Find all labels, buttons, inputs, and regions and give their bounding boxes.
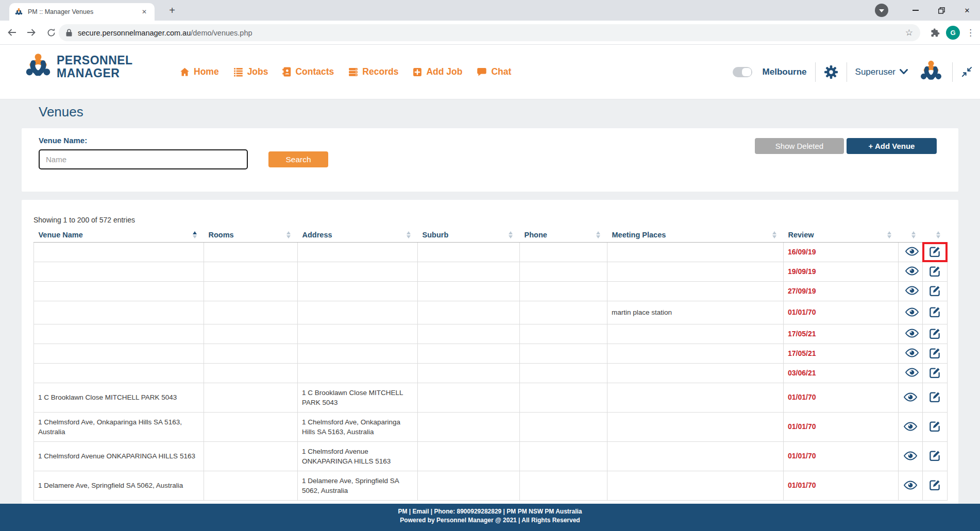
- cell-view: [899, 363, 923, 383]
- edit-venue-button[interactable]: [927, 389, 943, 404]
- add-venue-button[interactable]: + Add Venue: [847, 138, 937, 154]
- cell-suburb: [418, 301, 520, 324]
- cell-address: [298, 344, 418, 363]
- cell-view: [899, 383, 923, 412]
- browser-toolbar: secure.personnelmanager.com.au/demo/venu…: [0, 21, 980, 45]
- nav-item-jobs[interactable]: Jobs: [233, 66, 268, 77]
- cell-edit: [923, 262, 948, 281]
- edit-venue-button[interactable]: [927, 448, 943, 463]
- table-row: 1 Chelmsford Ave, Onkaparinga Hills SA 5…: [34, 412, 948, 441]
- browser-menu-icon[interactable]: ⋮: [966, 27, 975, 38]
- back-button[interactable]: [4, 25, 20, 40]
- location-toggle[interactable]: [733, 67, 752, 77]
- cell-view: [899, 471, 923, 500]
- search-button[interactable]: Search: [268, 151, 328, 167]
- bookmark-star-icon[interactable]: ☆: [905, 27, 913, 38]
- url-domain: secure.personnelmanager.com.au: [78, 29, 191, 37]
- cell-rooms: [204, 441, 298, 471]
- col-header-edit[interactable]: [923, 228, 948, 242]
- edit-pencil-icon: [929, 450, 941, 461]
- table-row: 17/05/21: [34, 344, 948, 363]
- extensions-puzzle-icon[interactable]: [930, 28, 940, 38]
- cell-meeting-places: [607, 281, 784, 301]
- edit-venue-button[interactable]: [927, 419, 943, 434]
- show-deleted-button[interactable]: Show Deleted: [755, 138, 844, 154]
- view-venue-button[interactable]: [903, 327, 921, 339]
- view-venue-button[interactable]: [903, 284, 921, 297]
- cell-view: [899, 344, 923, 363]
- browser-status-chip-icon[interactable]: [875, 4, 888, 17]
- col-header-review[interactable]: Review: [784, 228, 899, 242]
- window-controls: ✕: [875, 0, 980, 21]
- cell-review: 27/09/19: [784, 281, 899, 301]
- user-logo-badge-icon[interactable]: [918, 59, 944, 85]
- close-window-button[interactable]: ✕: [954, 0, 980, 21]
- view-venue-button[interactable]: [903, 265, 921, 277]
- edit-pencil-icon: [929, 265, 941, 277]
- sort-arrows-icon: [887, 231, 891, 238]
- restore-button[interactable]: [928, 0, 954, 21]
- nav-item-chat[interactable]: Chat: [476, 66, 511, 77]
- cell-edit: [923, 301, 948, 324]
- cell-venue-name: 1 Delamere Ave, Springfield SA 5062, Aus…: [34, 471, 204, 500]
- new-tab-button[interactable]: +: [165, 4, 179, 18]
- site-favicon-icon: [14, 8, 23, 16]
- browser-tab[interactable]: PM :: Manager Venues ✕: [9, 3, 155, 21]
- edit-venue-button[interactable]: [927, 477, 943, 492]
- nav-item-home[interactable]: Home: [179, 66, 219, 77]
- venue-name-input[interactable]: [39, 149, 248, 169]
- edit-venue-button[interactable]: [927, 304, 943, 319]
- col-header-meeting-places[interactable]: Meeting Places: [607, 228, 784, 242]
- venues-tbody: 16/09/19 19/09/19: [34, 242, 948, 500]
- cell-edit: [923, 281, 948, 301]
- col-header-rooms[interactable]: Rooms: [204, 228, 298, 242]
- cell-venue-name: 1 Chelmsford Ave, Onkaparinga Hills SA 5…: [34, 412, 204, 441]
- col-header-suburb[interactable]: Suburb: [418, 228, 520, 242]
- cell-review: 03/06/21: [784, 363, 899, 383]
- back-arrow-icon: [7, 27, 17, 38]
- eye-icon: [905, 307, 919, 317]
- edit-pencil-icon: [929, 420, 941, 432]
- eye-icon: [905, 348, 919, 357]
- view-venue-button[interactable]: [901, 479, 920, 491]
- col-header-phone[interactable]: Phone: [520, 228, 607, 242]
- edit-venue-button[interactable]: [927, 264, 943, 279]
- view-venue-button[interactable]: [901, 391, 920, 403]
- edit-venue-button[interactable]: [927, 283, 943, 298]
- edit-venue-button[interactable]: [927, 244, 943, 259]
- view-venue-button[interactable]: [901, 450, 920, 462]
- compress-screen-icon[interactable]: [961, 66, 973, 78]
- home-icon: [179, 66, 190, 77]
- view-venue-button[interactable]: [901, 420, 920, 433]
- cell-phone: [520, 242, 607, 262]
- cell-phone: [520, 324, 607, 344]
- cell-edit: [923, 363, 948, 383]
- view-venue-button[interactable]: [903, 366, 921, 379]
- view-venue-button[interactable]: [903, 347, 921, 359]
- nav-item-add-job[interactable]: Add Job: [412, 66, 462, 77]
- view-venue-button[interactable]: [903, 245, 921, 258]
- personnel-manager-logo[interactable]: PERSONNEL MANAGER: [24, 52, 133, 82]
- tab-close-icon[interactable]: ✕: [139, 7, 149, 16]
- col-header-address[interactable]: Address: [298, 228, 418, 242]
- edit-venue-button[interactable]: [927, 365, 943, 380]
- forward-button[interactable]: [24, 25, 39, 40]
- user-menu-label[interactable]: Superuser: [855, 67, 895, 77]
- minimize-button[interactable]: [903, 0, 928, 21]
- cell-suburb: [418, 441, 520, 471]
- browser-profile-avatar[interactable]: G: [946, 26, 960, 40]
- url-bar[interactable]: secure.personnelmanager.com.au/demo/venu…: [59, 24, 920, 41]
- header-right: Melbourne Superuser: [733, 45, 973, 99]
- site-header: PERSONNEL MANAGER Home Jobs Contacts Rec…: [0, 45, 980, 99]
- nav-item-contacts[interactable]: Contacts: [282, 66, 334, 77]
- chevron-down-icon[interactable]: [900, 69, 908, 75]
- view-venue-button[interactable]: [903, 306, 921, 318]
- settings-gear-icon[interactable]: [824, 65, 838, 79]
- refresh-button[interactable]: [43, 25, 59, 40]
- col-header-view[interactable]: [899, 228, 923, 242]
- eye-icon: [903, 392, 918, 402]
- col-header-venue-name[interactable]: Venue Name: [34, 228, 204, 242]
- edit-venue-button[interactable]: [927, 346, 943, 361]
- edit-venue-button[interactable]: [927, 326, 943, 341]
- nav-item-records[interactable]: Records: [348, 66, 398, 77]
